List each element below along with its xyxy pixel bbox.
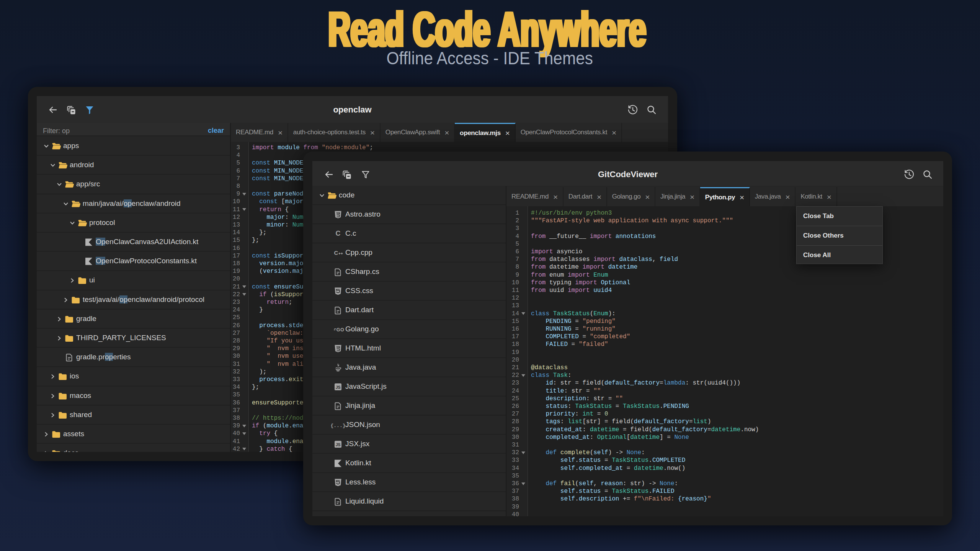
svg-text:C: C <box>336 230 341 237</box>
svg-text:JS: JS <box>336 385 341 390</box>
svg-text:JS: JS <box>336 442 341 447</box>
svg-text:C: C <box>334 249 338 256</box>
svg-text:GO: GO <box>336 327 344 333</box>
svg-text:{...}: {...} <box>330 423 345 429</box>
